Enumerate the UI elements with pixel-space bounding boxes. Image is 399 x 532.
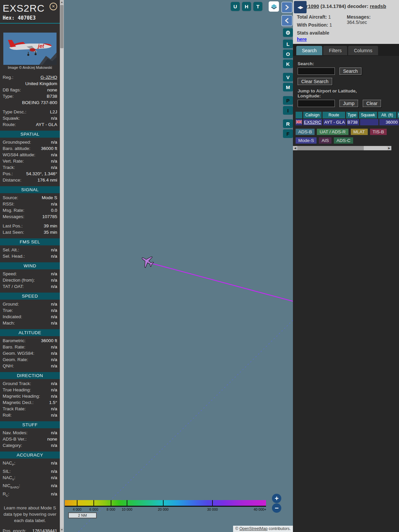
callsign-cell[interactable]: EXS2RC [303,119,322,125]
table-row[interactable]: EXS2RCAYT - GLAB73836000 [296,118,399,125]
route-cell[interactable]: AYT - GLA [323,119,346,125]
callsign-link[interactable]: EXS2RC [304,120,321,125]
detail-row: NACP:n/a [0,460,60,468]
aircraft-table: CallsignRouteTypeSquawkAlt. (ft)Speed EX… [296,112,399,125]
jump-input[interactable] [298,100,335,107]
sidebar-scrollbar[interactable]: ▲ ▼ [60,0,64,532]
column-header-Route[interactable]: Route [323,112,345,118]
sidebar-width-toggle-button[interactable]: ◀▶ [294,1,307,13]
scroll-down-icon[interactable]: ▼ [60,528,64,532]
hotkey-button-f[interactable]: F [283,129,293,138]
detail-row: Category:n/a [0,442,60,449]
field-label: True Heading: [3,387,31,393]
field-value: n/a [51,491,57,499]
panel-collapse-button[interactable] [281,15,293,26]
detail-row: NICBARO:n/a [0,482,60,491]
hotkey-button-m[interactable]: M [283,83,293,91]
detail-row: Sel. Alt.:n/a [0,247,60,253]
jump-button[interactable]: Jump [339,100,358,107]
detail-row: True Heading:n/a [0,387,60,393]
field-value: 1.5° [49,399,57,406]
clear-jump-button[interactable]: Clear [363,100,381,107]
column-header-Speed[interactable]: Speed [397,112,399,118]
scroll-up-icon[interactable]: ▲ [60,0,64,4]
zoom-out-button[interactable]: − [272,503,281,513]
field-value: n/a [51,158,57,164]
section-title: SIGNAL [0,186,60,193]
stats-here-link[interactable]: here [297,37,307,42]
field-label: Route: [3,121,16,128]
zoom-in-button[interactable]: + [272,494,281,503]
column-header-flag[interactable] [296,112,302,118]
pos-epoch-row: Pos. epoch: 1761438441 [0,528,60,532]
tab-columns[interactable]: Columns [348,46,378,55]
field-label: Type Desc.: [3,109,26,115]
settings-button[interactable]: ⚙ [283,28,293,37]
detail-row: Baro. Rate:n/a [0,344,60,350]
map-button-h[interactable]: H [242,2,251,11]
openstreetmap-link[interactable]: OpenStreetMap [239,526,268,531]
badge-ais[interactable]: AIS [319,137,332,144]
hotkey-button-l[interactable]: L [283,40,293,48]
detail-row: Ground:n/a [0,301,60,307]
column-header-Squawk[interactable]: Squawk [359,112,377,118]
column-header-Callsign[interactable]: Callsign [303,112,322,118]
hscrollbar-thumb[interactable] [297,146,364,150]
clear-search-button[interactable]: Clear Search [298,78,332,85]
field-value: n/a [51,253,57,259]
map-button-u[interactable]: U [231,2,240,11]
field-label: Last Seen: [3,229,24,235]
altitude-cell[interactable]: 36000 [379,119,399,125]
detail-row: Msg. Rate:0.0 [0,207,60,213]
hotkey-button-o[interactable]: O [283,50,293,58]
field-value: n/a [51,412,57,418]
table-horizontal-scrollbar[interactable]: ◀ ▶ [293,146,391,150]
tab-filters[interactable]: Filters [323,46,347,55]
readsb-link[interactable]: readsb [370,3,386,9]
source-filter-badges: ADS-BUAT / ADS-RMLATTIS-BMode-SAISADS-C [296,129,399,144]
mode-s-note: Learn more about Mode S data type by hov… [0,505,60,524]
scrollbar-thumb[interactable] [60,5,64,48]
field-label: Mach: [3,320,15,326]
panel-expand-button[interactable] [281,2,293,13]
badge-mode-s[interactable]: Mode-S [296,137,317,144]
hotkey-button-i[interactable]: I [283,106,293,115]
detail-row: WGS84 altitude:n/a [0,152,60,158]
search-button[interactable]: Search [339,67,361,75]
map-area[interactable]: UHT ⚙ LOKVMPIRF 4 0006 0008 00010 00020 … [64,0,293,532]
scroll-left-icon[interactable]: ◀ [293,146,297,150]
type-cell[interactable]: B738 [347,119,359,125]
detail-row: Roll:n/a [0,412,60,418]
column-header-Type[interactable]: Type [346,112,358,118]
map-button-t[interactable]: T [253,2,262,11]
scroll-right-icon[interactable]: ▶ [387,146,391,150]
hotkey-button-p[interactable]: P [283,96,293,105]
badge-mlat[interactable]: MLAT [351,129,368,135]
hotkey-button-k[interactable]: K [283,60,293,68]
hotkey-button-r[interactable]: R [283,119,293,128]
badge-uat-ads-r[interactable]: UAT / ADS-R [317,129,348,135]
panel-tabs: SearchFiltersColumns [293,44,399,56]
legend-tick [111,500,111,507]
detail-row: SIL:n/a [0,468,60,474]
flight-trail[interactable] [150,263,293,301]
plus-icon: + [275,495,279,502]
layers-button[interactable] [269,1,279,12]
detail-row: RSSI:n/a [0,201,60,207]
badge-ads-c[interactable]: ADS-C [334,137,353,144]
squawk-cell[interactable] [360,119,378,125]
field-value[interactable]: G-JZHO [41,74,57,80]
detail-row: Nav. Modes:n/a [0,430,60,436]
search-input[interactable] [298,67,335,75]
detail-row: True:n/a [0,307,60,314]
field-value: Mode S [42,195,57,201]
badge-tis-b[interactable]: TIS-B [370,129,387,135]
hotkey-button-v[interactable]: V [283,73,293,81]
aircraft-icon[interactable] [139,253,156,270]
badge-ads-b[interactable]: ADS-B [296,129,315,135]
close-icon[interactable]: ✕ [50,3,57,10]
tab-search[interactable]: Search [296,46,322,55]
field-label: Reg.: [3,74,13,80]
column-header-Alt. (ft)[interactable]: Alt. (ft) [378,112,396,118]
legend-tick [127,500,127,507]
